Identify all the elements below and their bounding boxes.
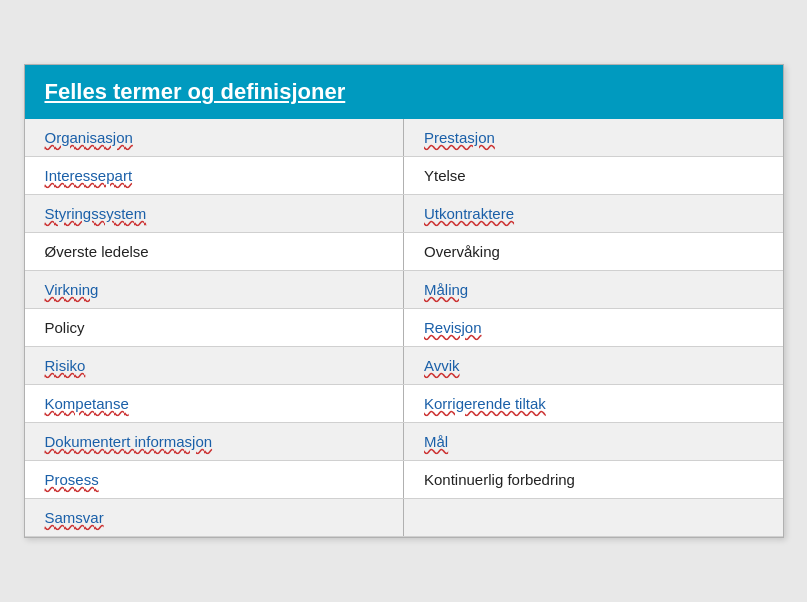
table-row: ProsessKontinuerlig forbedring — [25, 461, 783, 499]
table-row: InteressepartYtelse — [25, 157, 783, 195]
link-left-8[interactable]: Dokumentert informasjon — [45, 433, 213, 450]
cell-right[interactable]: Prestasjon — [404, 119, 783, 157]
table-row: OrganisasjonPrestasjon — [25, 119, 783, 157]
cell-left[interactable]: Prosess — [25, 461, 404, 499]
link-left-10[interactable]: Samsvar — [45, 509, 104, 526]
table-row: Dokumentert informasjonMål — [25, 423, 783, 461]
cell-left[interactable]: Organisasjon — [25, 119, 404, 157]
cell-left[interactable]: Kompetanse — [25, 385, 404, 423]
link-right-6[interactable]: Avvik — [424, 357, 460, 374]
table-row: Samsvar — [25, 499, 783, 537]
link-left-2[interactable]: Styringssystem — [45, 205, 147, 222]
link-left-4[interactable]: Virkning — [45, 281, 99, 298]
cell-right: Overvåking — [404, 233, 783, 271]
text-right-9: Kontinuerlig forbedring — [424, 471, 575, 488]
cell-left[interactable]: Interessepart — [25, 157, 404, 195]
cell-right[interactable]: Mål — [404, 423, 783, 461]
link-left-0[interactable]: Organisasjon — [45, 129, 133, 146]
text-right-1: Ytelse — [424, 167, 466, 184]
link-left-1[interactable]: Interessepart — [45, 167, 133, 184]
cell-left[interactable]: Risiko — [25, 347, 404, 385]
cell-left[interactable]: Samsvar — [25, 499, 404, 537]
table-row: VirkningMåling — [25, 271, 783, 309]
link-left-6[interactable]: Risiko — [45, 357, 86, 374]
cell-left: Øverste ledelse — [25, 233, 404, 271]
cell-left: Policy — [25, 309, 404, 347]
table-row: PolicyRevisjon — [25, 309, 783, 347]
table-row: RisikoAvvik — [25, 347, 783, 385]
main-table: Felles termer og definisjoner Organisasj… — [24, 64, 784, 538]
table-title: Felles termer og definisjoner — [45, 79, 763, 105]
link-right-5[interactable]: Revisjon — [424, 319, 482, 336]
cell-right[interactable]: Måling — [404, 271, 783, 309]
cell-left[interactable]: Dokumentert informasjon — [25, 423, 404, 461]
cell-right[interactable]: Utkontraktere — [404, 195, 783, 233]
cell-right[interactable]: Revisjon — [404, 309, 783, 347]
text-left-5: Policy — [45, 319, 85, 336]
cell-left[interactable]: Styringssystem — [25, 195, 404, 233]
cell-right — [404, 499, 783, 537]
link-right-0[interactable]: Prestasjon — [424, 129, 495, 146]
table-row: Øverste ledelseOvervåking — [25, 233, 783, 271]
link-right-8[interactable]: Mål — [424, 433, 448, 450]
table-row: StyringssystemUtkontraktere — [25, 195, 783, 233]
text-right-3: Overvåking — [424, 243, 500, 260]
table-header: Felles termer og definisjoner — [25, 65, 783, 119]
text-left-3: Øverste ledelse — [45, 243, 149, 260]
table-row: KompetanseKorrigerende tiltak — [25, 385, 783, 423]
link-right-7[interactable]: Korrigerende tiltak — [424, 395, 546, 412]
cell-right[interactable]: Korrigerende tiltak — [404, 385, 783, 423]
cell-right[interactable]: Avvik — [404, 347, 783, 385]
link-left-7[interactable]: Kompetanse — [45, 395, 129, 412]
cell-right: Kontinuerlig forbedring — [404, 461, 783, 499]
link-right-4[interactable]: Måling — [424, 281, 468, 298]
cell-right: Ytelse — [404, 157, 783, 195]
link-left-9[interactable]: Prosess — [45, 471, 99, 488]
cell-left[interactable]: Virkning — [25, 271, 404, 309]
table-body: OrganisasjonPrestasjonInteressepartYtels… — [25, 119, 783, 537]
link-right-2[interactable]: Utkontraktere — [424, 205, 514, 222]
